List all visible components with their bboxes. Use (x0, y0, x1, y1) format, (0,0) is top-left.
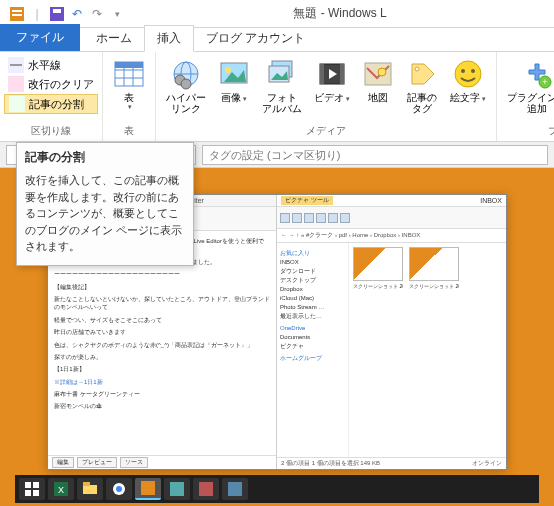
inner-heading: 【編集後記】 (54, 283, 270, 291)
inner-taskbar: X (15, 475, 539, 503)
svg-point-27 (378, 68, 386, 76)
inner-explorer-body: お気に入り INBOX ダウンロード デスクトップ Dropbox iCloud… (277, 243, 506, 457)
qat-customize-icon[interactable]: ▾ (108, 5, 126, 23)
tab-insert[interactable]: 挿入 (144, 25, 194, 52)
inner-file-grid: スクリーンショット 2014-04-29 18.02.45 スクリーンショット … (349, 243, 506, 457)
group-tables: 表 ▾ 表 (103, 52, 156, 141)
nav-item: ピクチャ (280, 342, 345, 351)
map-icon (362, 58, 394, 90)
redo-icon[interactable]: ↷ (88, 5, 106, 23)
mini-icon (328, 213, 338, 223)
emoji-button[interactable]: 絵文字▾ (444, 56, 492, 122)
svg-text:+: + (542, 77, 547, 87)
window-title: 無題 - Windows L (126, 5, 554, 22)
inner-text: 新たなことしないといけないか、探していたところ、アウトドア、登山ブランドのモンベ… (54, 295, 270, 312)
tab-file[interactable]: ファイル (0, 24, 80, 51)
inner-preview-tab: プレビュー (77, 457, 117, 468)
svg-text:X: X (58, 485, 64, 495)
nav-item: ダウンロード (280, 267, 345, 276)
dropdown-icon: ▾ (346, 95, 350, 102)
tooltip-title: 記事の分割 (25, 149, 185, 166)
photo-album-icon (266, 58, 298, 90)
map-button[interactable]: 地図 (356, 56, 400, 122)
save-icon[interactable] (48, 5, 66, 23)
tab-home[interactable]: ホーム (84, 26, 144, 51)
group-breaks: 水平線 改行のクリア 記事の分割 区切り線 (0, 52, 103, 141)
nav-item: デスクトップ (280, 276, 345, 285)
svg-rect-23 (320, 64, 324, 84)
svg-point-17 (225, 67, 231, 73)
ribbon: 水平線 改行のクリア 記事の分割 区切り線 表 ▾ (0, 52, 554, 142)
status-text: オンライン (472, 459, 502, 468)
inner-text: 麻布十番 ケータグリーンティー (54, 390, 270, 398)
mini-icon (340, 213, 350, 223)
inner-text: 新宿モンベルの傘 (54, 402, 270, 410)
start-icon (19, 478, 45, 500)
svg-marker-28 (412, 64, 434, 84)
svg-rect-35 (25, 482, 31, 488)
dropdown-icon: ▾ (482, 95, 486, 102)
inner-explorer-ribbon (277, 207, 506, 229)
emoji-label: 絵文字 (450, 92, 480, 103)
hyperlink-icon (170, 58, 202, 90)
inner-heading: 【1日1新】 (54, 365, 270, 373)
nav-item: iCloud (Mac) (280, 294, 345, 303)
taskbar-chrome-icon (106, 478, 132, 500)
table-label: 表 (124, 92, 134, 103)
inner-breadcrumb: ← → ↑ « #クラーク › pdf › Home › Dropbox › I… (277, 229, 506, 243)
post-tag-button[interactable]: 記事のタグ (400, 56, 444, 122)
mini-icon (292, 213, 302, 223)
video-button[interactable]: ビデオ▾ (308, 56, 356, 122)
clear-break-icon (8, 76, 24, 92)
taskbar-wlw-icon (135, 478, 161, 500)
svg-rect-24 (340, 64, 344, 84)
title-bar: | ↶ ↷ ▾ 無題 - Windows L (0, 0, 554, 28)
group-tables-label: 表 (103, 122, 155, 141)
emoji-icon (452, 58, 484, 90)
horizontal-rule-icon (8, 57, 24, 73)
tag-icon (406, 58, 438, 90)
clear-break-button[interactable]: 改行のクリア (4, 75, 98, 93)
inner-text: 色は、シャクヤクのボディのような赤(^_^)「商品表記は『ガーネット』」 (54, 341, 270, 349)
svg-rect-47 (199, 482, 213, 496)
group-plugin: + プラグインの追加 プラグインのオプション プラグイン (497, 52, 554, 141)
svg-rect-45 (141, 481, 155, 495)
svg-rect-48 (228, 482, 242, 496)
split-post-button[interactable]: 記事の分割 (4, 94, 98, 114)
undo-icon[interactable]: ↶ (68, 5, 86, 23)
file-thumbnail: スクリーンショット 2014-0… (409, 247, 459, 289)
image-button[interactable]: 画像▾ (212, 56, 256, 122)
inner-text: 探すのが楽しみ。 (54, 353, 270, 361)
svg-rect-1 (12, 10, 22, 12)
plugin-add-button[interactable]: + プラグインの追加 (501, 56, 554, 122)
inner-wlw-footer: 編集 プレビュー ソース (48, 455, 276, 469)
svg-rect-36 (33, 482, 39, 488)
video-label: ビデオ (314, 92, 344, 103)
taskbar-excel-icon: X (48, 478, 74, 500)
horizontal-rule-button[interactable]: 水平線 (4, 56, 98, 74)
svg-rect-2 (12, 14, 22, 16)
mini-icon (280, 213, 290, 223)
nav-homegroup: ホームグループ (280, 354, 345, 363)
inner-source-tab: ソース (120, 457, 148, 468)
hyperlink-button[interactable]: ハイパーリンク (160, 56, 212, 122)
svg-rect-46 (170, 482, 184, 496)
svg-rect-10 (115, 62, 143, 68)
mini-icon (304, 213, 314, 223)
video-icon (316, 58, 348, 90)
table-button[interactable]: 表 ▾ (107, 56, 151, 122)
app-icon (8, 5, 26, 23)
svg-point-32 (471, 69, 475, 73)
taskbar-app-icon (164, 478, 190, 500)
taskbar-explorer-icon (77, 478, 103, 500)
tags-input[interactable] (202, 145, 548, 165)
group-breaks-label: 区切り線 (0, 122, 102, 141)
hyperlink-label: ハイパーリンク (166, 92, 206, 114)
tab-blog-account[interactable]: ブログ アカウント (194, 26, 317, 51)
horizontal-rule-label: 水平線 (28, 58, 61, 73)
nav-item: Dropbox (280, 285, 345, 294)
qat-separator: | (28, 5, 46, 23)
dropdown-icon: ▾ (243, 95, 247, 102)
plugin-add-icon: + (521, 58, 553, 90)
photo-album-button[interactable]: フォトアルバム (256, 56, 308, 122)
